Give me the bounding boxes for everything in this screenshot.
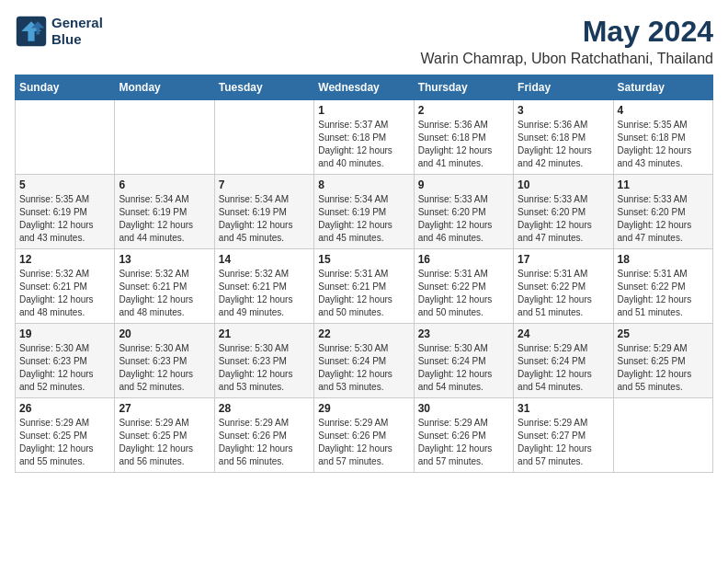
calendar-day-cell <box>115 100 214 175</box>
day-info: Sunrise: 5:32 AM Sunset: 6:21 PM Dayligh… <box>119 268 210 319</box>
calendar-day-cell: 24Sunrise: 5:29 AM Sunset: 6:24 PM Dayli… <box>514 324 613 398</box>
calendar-day-cell: 13Sunrise: 5:32 AM Sunset: 6:21 PM Dayli… <box>115 249 214 324</box>
calendar-day-cell: 19Sunrise: 5:30 AM Sunset: 6:23 PM Dayli… <box>16 324 115 398</box>
calendar-day-cell: 18Sunrise: 5:31 AM Sunset: 6:22 PM Dayli… <box>613 249 712 324</box>
calendar-day-cell: 20Sunrise: 5:30 AM Sunset: 6:23 PM Dayli… <box>115 324 214 398</box>
calendar-day-cell: 8Sunrise: 5:34 AM Sunset: 6:19 PM Daylig… <box>314 175 414 249</box>
day-info: Sunrise: 5:31 AM Sunset: 6:22 PM Dayligh… <box>618 268 709 319</box>
logo-icon <box>15 15 48 48</box>
day-number: 9 <box>418 178 509 191</box>
calendar-day-cell: 17Sunrise: 5:31 AM Sunset: 6:22 PM Dayli… <box>514 249 613 324</box>
calendar-day-cell: 6Sunrise: 5:34 AM Sunset: 6:19 PM Daylig… <box>115 175 214 249</box>
day-number: 4 <box>618 104 709 117</box>
calendar-day-cell: 22Sunrise: 5:30 AM Sunset: 6:24 PM Dayli… <box>314 324 414 398</box>
day-number: 7 <box>219 178 310 191</box>
calendar-week-row: 12Sunrise: 5:32 AM Sunset: 6:21 PM Dayli… <box>16 249 713 324</box>
day-number: 19 <box>19 327 110 340</box>
day-info: Sunrise: 5:34 AM Sunset: 6:19 PM Dayligh… <box>119 193 210 245</box>
day-number: 10 <box>518 178 609 191</box>
day-number: 29 <box>318 402 409 415</box>
calendar-day-cell: 31Sunrise: 5:29 AM Sunset: 6:27 PM Dayli… <box>514 398 613 473</box>
day-number: 31 <box>518 402 609 415</box>
day-number: 18 <box>618 253 709 266</box>
day-number: 12 <box>19 253 110 266</box>
weekday-header: Wednesday <box>314 75 414 100</box>
day-number: 21 <box>219 327 310 340</box>
day-info: Sunrise: 5:31 AM Sunset: 6:22 PM Dayligh… <box>518 268 609 319</box>
calendar-day-cell: 27Sunrise: 5:29 AM Sunset: 6:25 PM Dayli… <box>115 398 214 473</box>
page-header: General Blue May 2024 Warin Chamrap, Ubo… <box>15 15 713 67</box>
day-info: Sunrise: 5:36 AM Sunset: 6:18 PM Dayligh… <box>418 119 509 170</box>
day-info: Sunrise: 5:35 AM Sunset: 6:19 PM Dayligh… <box>19 193 110 245</box>
calendar-day-cell: 30Sunrise: 5:29 AM Sunset: 6:26 PM Dayli… <box>414 398 513 473</box>
day-info: Sunrise: 5:34 AM Sunset: 6:19 PM Dayligh… <box>219 193 310 245</box>
day-info: Sunrise: 5:35 AM Sunset: 6:18 PM Dayligh… <box>618 119 709 170</box>
calendar-day-cell: 21Sunrise: 5:30 AM Sunset: 6:23 PM Dayli… <box>214 324 313 398</box>
day-info: Sunrise: 5:29 AM Sunset: 6:25 PM Dayligh… <box>19 417 110 468</box>
day-info: Sunrise: 5:32 AM Sunset: 6:21 PM Dayligh… <box>19 268 110 319</box>
day-number: 8 <box>318 178 409 191</box>
day-info: Sunrise: 5:32 AM Sunset: 6:21 PM Dayligh… <box>219 268 310 319</box>
day-number: 30 <box>418 402 509 415</box>
calendar-day-cell: 10Sunrise: 5:33 AM Sunset: 6:20 PM Dayli… <box>514 175 613 249</box>
weekday-header: Saturday <box>613 75 712 100</box>
day-number: 20 <box>119 327 210 340</box>
day-info: Sunrise: 5:30 AM Sunset: 6:24 PM Dayligh… <box>418 342 509 394</box>
day-info: Sunrise: 5:30 AM Sunset: 6:23 PM Dayligh… <box>19 342 110 394</box>
day-info: Sunrise: 5:36 AM Sunset: 6:18 PM Dayligh… <box>518 119 609 170</box>
day-info: Sunrise: 5:33 AM Sunset: 6:20 PM Dayligh… <box>518 193 609 245</box>
day-number: 23 <box>418 327 509 340</box>
logo: General Blue <box>15 15 103 48</box>
day-number: 11 <box>618 178 709 191</box>
calendar-day-cell <box>214 100 313 175</box>
calendar-header-row: SundayMondayTuesdayWednesdayThursdayFrid… <box>16 75 713 100</box>
calendar-day-cell: 3Sunrise: 5:36 AM Sunset: 6:18 PM Daylig… <box>514 100 613 175</box>
day-info: Sunrise: 5:31 AM Sunset: 6:22 PM Dayligh… <box>418 268 509 319</box>
calendar-day-cell <box>613 398 712 473</box>
calendar-week-row: 1Sunrise: 5:37 AM Sunset: 6:18 PM Daylig… <box>16 100 713 175</box>
day-info: Sunrise: 5:29 AM Sunset: 6:27 PM Dayligh… <box>518 417 609 468</box>
day-info: Sunrise: 5:29 AM Sunset: 6:25 PM Dayligh… <box>119 417 210 468</box>
calendar-week-row: 5Sunrise: 5:35 AM Sunset: 6:19 PM Daylig… <box>16 175 713 249</box>
day-info: Sunrise: 5:29 AM Sunset: 6:24 PM Dayligh… <box>518 342 609 394</box>
day-info: Sunrise: 5:33 AM Sunset: 6:20 PM Dayligh… <box>618 193 709 245</box>
calendar-table: SundayMondayTuesdayWednesdayThursdayFrid… <box>15 75 713 473</box>
day-info: Sunrise: 5:29 AM Sunset: 6:26 PM Dayligh… <box>219 417 310 468</box>
calendar-day-cell: 29Sunrise: 5:29 AM Sunset: 6:26 PM Dayli… <box>314 398 414 473</box>
day-number: 22 <box>318 327 409 340</box>
calendar-day-cell: 26Sunrise: 5:29 AM Sunset: 6:25 PM Dayli… <box>16 398 115 473</box>
day-info: Sunrise: 5:30 AM Sunset: 6:23 PM Dayligh… <box>219 342 310 394</box>
day-number: 2 <box>418 104 509 117</box>
day-number: 26 <box>19 402 110 415</box>
day-info: Sunrise: 5:29 AM Sunset: 6:26 PM Dayligh… <box>418 417 509 468</box>
calendar-day-cell: 25Sunrise: 5:29 AM Sunset: 6:25 PM Dayli… <box>613 324 712 398</box>
day-info: Sunrise: 5:29 AM Sunset: 6:26 PM Dayligh… <box>318 417 409 468</box>
day-info: Sunrise: 5:33 AM Sunset: 6:20 PM Dayligh… <box>418 193 509 245</box>
calendar-day-cell: 11Sunrise: 5:33 AM Sunset: 6:20 PM Dayli… <box>613 175 712 249</box>
calendar-day-cell: 5Sunrise: 5:35 AM Sunset: 6:19 PM Daylig… <box>16 175 115 249</box>
calendar-day-cell: 12Sunrise: 5:32 AM Sunset: 6:21 PM Dayli… <box>16 249 115 324</box>
subtitle: Warin Chamrap, Ubon Ratchathani, Thailan… <box>421 51 713 67</box>
calendar-week-row: 26Sunrise: 5:29 AM Sunset: 6:25 PM Dayli… <box>16 398 713 473</box>
day-number: 16 <box>418 253 509 266</box>
day-info: Sunrise: 5:30 AM Sunset: 6:23 PM Dayligh… <box>119 342 210 394</box>
calendar-week-row: 19Sunrise: 5:30 AM Sunset: 6:23 PM Dayli… <box>16 324 713 398</box>
logo-text: General Blue <box>51 15 103 48</box>
calendar-day-cell: 1Sunrise: 5:37 AM Sunset: 6:18 PM Daylig… <box>314 100 414 175</box>
day-number: 14 <box>219 253 310 266</box>
day-number: 3 <box>518 104 609 117</box>
main-title: May 2024 <box>421 15 713 49</box>
calendar-day-cell: 2Sunrise: 5:36 AM Sunset: 6:18 PM Daylig… <box>414 100 513 175</box>
calendar-day-cell: 4Sunrise: 5:35 AM Sunset: 6:18 PM Daylig… <box>613 100 712 175</box>
day-number: 24 <box>518 327 609 340</box>
day-number: 1 <box>318 104 409 117</box>
day-number: 6 <box>119 178 210 191</box>
weekday-header: Friday <box>514 75 613 100</box>
weekday-header: Sunday <box>16 75 115 100</box>
day-number: 5 <box>19 178 110 191</box>
day-number: 25 <box>618 327 709 340</box>
title-block: May 2024 Warin Chamrap, Ubon Ratchathani… <box>421 15 713 67</box>
calendar-day-cell: 15Sunrise: 5:31 AM Sunset: 6:21 PM Dayli… <box>314 249 414 324</box>
calendar-day-cell: 16Sunrise: 5:31 AM Sunset: 6:22 PM Dayli… <box>414 249 513 324</box>
day-number: 13 <box>119 253 210 266</box>
